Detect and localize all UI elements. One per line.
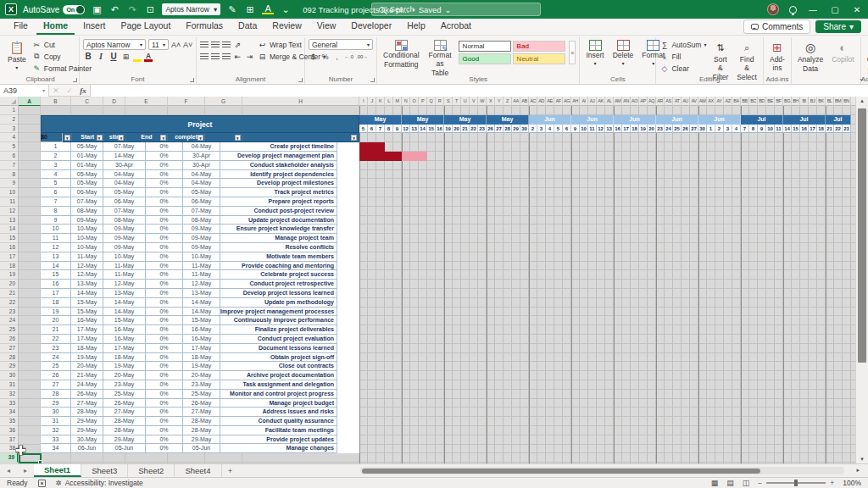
table-row[interactable]: 2927-May26-May0%26-MayManage project bud… bbox=[41, 399, 359, 408]
table-row[interactable]: 405-May04-May0%04-MayIdentify project de… bbox=[41, 170, 359, 180]
cell-task-name[interactable]: Resolve conflicts bbox=[220, 243, 337, 252]
gantt-bar-segment[interactable] bbox=[359, 152, 402, 161]
cell-start-date[interactable]: 12-May bbox=[71, 270, 103, 280]
table-row[interactable]: 105-May307-May0%04-MayCreate project tim… bbox=[41, 142, 359, 152]
cell-task-number[interactable]: 1 bbox=[41, 142, 71, 152]
cell-baseline-date[interactable]: 11-May bbox=[183, 270, 220, 280]
accessibility-status[interactable]: ✲Accessibility: Investigate bbox=[56, 479, 143, 487]
cell-task-number[interactable]: 8 bbox=[41, 207, 71, 216]
gantt-day-cell[interactable]: 22 bbox=[834, 125, 843, 134]
gantt-day-cell[interactable]: 25 bbox=[673, 125, 682, 134]
cell-baseline-date[interactable]: 26-May bbox=[183, 399, 220, 408]
formula-input[interactable] bbox=[90, 85, 868, 97]
close-button[interactable]: ✕ bbox=[851, 5, 863, 14]
cell-task-number[interactable]: 24 bbox=[41, 353, 71, 363]
cell-task-name[interactable]: Obtain project sign-off bbox=[220, 353, 337, 363]
cell-percent-complete[interactable]: 0% bbox=[146, 207, 183, 216]
cell-task-number[interactable]: 31 bbox=[41, 417, 71, 426]
row-header-29[interactable]: 29 bbox=[0, 362, 18, 371]
column-header-M[interactable]: M bbox=[393, 97, 402, 106]
column-header-AX[interactable]: AX bbox=[707, 97, 715, 106]
cell-start-date[interactable]: 17-May bbox=[71, 335, 103, 344]
column-header-N[interactable]: N bbox=[402, 97, 410, 106]
vertical-scrollbar[interactable]: ▴ ▾ bbox=[855, 97, 868, 463]
row-header-34[interactable]: 34 bbox=[0, 408, 18, 417]
next-sheet-icon[interactable]: ▸ bbox=[24, 467, 27, 474]
column-header-BE[interactable]: BE bbox=[766, 97, 775, 106]
column-header-Z[interactable]: Z bbox=[504, 97, 512, 106]
cell-task-name[interactable]: Develop project lessons learned bbox=[220, 289, 337, 298]
cell-task-name[interactable]: Identify project dependencies bbox=[220, 170, 337, 180]
filter-dropdown-icon[interactable]: ▾ bbox=[351, 135, 357, 141]
orientation-icon[interactable]: ⇗ bbox=[233, 41, 242, 49]
column-header-BB[interactable]: BB bbox=[741, 97, 749, 106]
cell-percent-complete[interactable]: 0% bbox=[146, 380, 183, 390]
cancel-entry-icon[interactable]: ✕ bbox=[49, 86, 63, 95]
column-header-BM[interactable]: BM bbox=[834, 97, 843, 106]
row-header-5[interactable]: 5 bbox=[0, 142, 18, 152]
row-header-18[interactable]: 18 bbox=[0, 262, 18, 271]
gantt-day-cell[interactable]: 13 bbox=[605, 125, 614, 134]
column-header-BA[interactable]: BA bbox=[732, 97, 741, 106]
cell-task-name[interactable]: Conduct post-project review bbox=[220, 207, 337, 216]
row-header-2[interactable]: 2 bbox=[0, 115, 18, 125]
gantt-day-cell[interactable]: 2 bbox=[715, 125, 724, 134]
cell-task-number[interactable]: 16 bbox=[41, 280, 71, 289]
column-header-AO[interactable]: AO bbox=[631, 97, 639, 106]
cell-percent-complete[interactable]: 0% bbox=[146, 371, 183, 380]
gantt-day-cell[interactable]: 17 bbox=[809, 125, 817, 134]
clipboard-dialog-launcher[interactable] bbox=[73, 78, 77, 82]
cell-percent-complete[interactable]: 0% bbox=[146, 408, 183, 417]
cell-task-name[interactable]: Continuously improve performance bbox=[220, 316, 337, 325]
percent-format-button[interactable]: % bbox=[320, 53, 330, 61]
row-header-3[interactable]: 3 bbox=[0, 125, 18, 134]
table-row[interactable]: 1412-May11-May0%11-MayProvide coaching a… bbox=[41, 262, 359, 271]
row-header-1[interactable]: 1 bbox=[0, 106, 18, 115]
cell-start-date[interactable]: 20-May bbox=[71, 362, 103, 371]
cell-task-name[interactable]: Track project metrics bbox=[220, 188, 337, 197]
gantt-bar-segment[interactable] bbox=[402, 152, 427, 161]
gantt-day-cell[interactable]: 10 bbox=[766, 125, 775, 134]
cell-end-date[interactable]: 27-May bbox=[103, 408, 146, 417]
cell-percent-complete[interactable]: 0% bbox=[146, 399, 183, 408]
column-header-T[interactable]: T bbox=[453, 97, 461, 106]
underline-button[interactable]: U bbox=[108, 52, 119, 61]
cell-task-name[interactable]: Develop project management plan bbox=[220, 152, 337, 161]
align-center-icon[interactable] bbox=[211, 53, 220, 60]
cell-end-date[interactable]: 11-May bbox=[103, 270, 146, 280]
sheet-tab-sheet1[interactable]: Sheet1 bbox=[34, 464, 81, 477]
horizontal-scrollbar[interactable] bbox=[360, 467, 844, 474]
cell-percent-complete[interactable]: 0% bbox=[146, 142, 183, 152]
table-row[interactable]: 808-May07-May0%07-MayConduct post-projec… bbox=[41, 207, 359, 216]
cell-start-date[interactable]: 18-May bbox=[71, 344, 103, 353]
gantt-day-cell[interactable]: 21 bbox=[461, 125, 470, 134]
cell-start-date[interactable]: 01-May bbox=[71, 152, 103, 161]
cell-end-date[interactable]: 15-May bbox=[103, 316, 146, 325]
table-row[interactable]: 1915-May14-May0%14-MayImprove project ma… bbox=[41, 308, 359, 317]
cell-task-name[interactable]: Facilitate team meetings bbox=[220, 426, 337, 435]
row-header-21[interactable]: 21 bbox=[0, 289, 18, 298]
grid-body[interactable]: 1234567891011121314151617181920212223242… bbox=[0, 106, 855, 463]
column-header-P[interactable]: P bbox=[419, 97, 427, 106]
align-right-icon[interactable] bbox=[222, 53, 231, 60]
cell-end-date[interactable]: 25-May bbox=[103, 390, 146, 399]
header-cell-blank-g[interactable]: ▾ bbox=[205, 133, 242, 141]
addins-button[interactable]: ⊞ Add-ins bbox=[767, 39, 787, 74]
cell-baseline-date[interactable]: 08-May bbox=[183, 216, 220, 225]
sheet-tab-nav[interactable]: ◂▸ bbox=[0, 464, 34, 477]
comma-format-button[interactable]: , bbox=[332, 53, 342, 61]
header-cell-complet[interactable]: complet▾ bbox=[168, 133, 205, 141]
table-row[interactable]: 201-May1014-May0%30-AprDevelop project m… bbox=[41, 152, 359, 161]
project-table[interactable]: Project▾Start▾stin▾End▾complet▾▾▾105-May… bbox=[41, 115, 359, 453]
cell-start-date[interactable]: 15-May bbox=[71, 298, 103, 308]
gantt-day-cell[interactable]: 14 bbox=[419, 125, 427, 134]
filter-dropdown-icon[interactable]: ▾ bbox=[118, 135, 124, 141]
cell-percent-complete[interactable]: 0% bbox=[146, 444, 183, 453]
cell-task-name[interactable]: Conduct project retrospective bbox=[220, 280, 337, 289]
row-header-8[interactable]: 8 bbox=[0, 170, 18, 180]
column-header-AV[interactable]: AV bbox=[690, 97, 698, 106]
cell-end-date[interactable]: 12-May bbox=[103, 280, 146, 289]
table-row[interactable]: 2217-May16-May0%16-MayConduct project ev… bbox=[41, 335, 359, 344]
font-family-select[interactable]: Aptos Narrow▾ bbox=[83, 39, 146, 50]
gantt-day-cell[interactable]: 9 bbox=[758, 125, 766, 134]
